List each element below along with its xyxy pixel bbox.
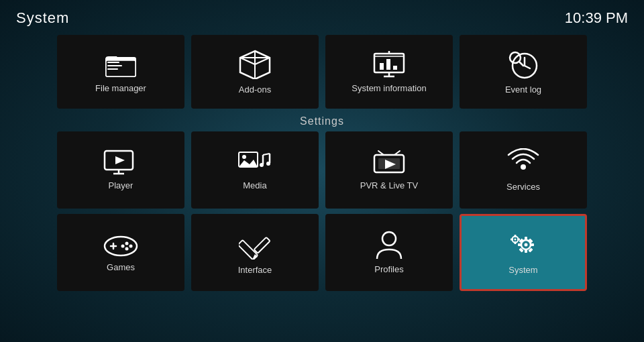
svg-point-55 [525, 243, 528, 247]
svg-rect-66 [515, 235, 517, 237]
svg-rect-58 [518, 243, 522, 246]
tile-system-information[interactable]: System information [325, 35, 453, 109]
svg-rect-13 [380, 63, 384, 70]
file-manager-icon [105, 51, 137, 78]
svg-rect-61 [528, 238, 533, 243]
tile-player[interactable]: Player [57, 131, 184, 209]
clock: 10:39 PM [565, 9, 628, 27]
tile-file-manager-label: File manager [95, 83, 146, 93]
system-icon [507, 230, 539, 260]
interface-icon [239, 230, 271, 260]
tile-media-label: Media [243, 180, 266, 190]
tile-pvr-live-tv[interactable]: PVR & Live TV [325, 131, 453, 209]
svg-rect-52 [254, 237, 270, 253]
tile-profiles[interactable]: Profiles [325, 214, 453, 291]
svg-line-11 [255, 58, 270, 64]
svg-rect-59 [530, 243, 534, 246]
svg-rect-6 [107, 68, 118, 70]
tile-file-manager[interactable]: File manager [57, 35, 184, 109]
svg-point-65 [515, 239, 517, 241]
settings-row-2: Games Interface [13, 214, 631, 291]
svg-point-35 [260, 163, 264, 167]
svg-rect-57 [525, 249, 527, 253]
profiles-icon [374, 231, 404, 259]
svg-line-22 [525, 66, 530, 68]
tile-event-log[interactable]: Event log [460, 35, 587, 109]
svg-rect-5 [107, 65, 122, 66]
svg-marker-26 [115, 156, 125, 164]
tile-services[interactable]: Services [460, 131, 587, 209]
svg-rect-67 [515, 241, 517, 244]
media-icon [237, 150, 272, 175]
pvr-icon [372, 150, 407, 175]
services-icon [507, 148, 539, 176]
svg-point-47 [129, 245, 133, 248]
tile-profiles-label: Profiles [374, 264, 403, 274]
svg-rect-15 [393, 66, 397, 70]
svg-point-30 [242, 155, 246, 159]
tile-interface[interactable]: Interface [191, 214, 319, 291]
tile-games[interactable]: Games [57, 214, 184, 291]
tile-system-information-label: System information [352, 83, 426, 93]
settings-row-1: Player Media [13, 131, 631, 209]
tile-system-label: System [508, 265, 537, 275]
svg-line-24 [519, 62, 523, 66]
tile-media[interactable]: Media [191, 131, 319, 209]
svg-point-36 [266, 162, 270, 166]
games-icon [103, 233, 139, 257]
tile-event-log-label: Event log [505, 84, 541, 95]
settings-section-label: Settings [0, 113, 644, 131]
svg-point-42 [521, 164, 526, 170]
event-log-icon [507, 50, 539, 79]
svg-rect-56 [525, 237, 527, 241]
tile-services-label: Services [506, 182, 540, 192]
settings-tiles: Player Media [0, 131, 644, 291]
svg-marker-31 [239, 160, 258, 167]
tile-add-ons[interactable]: Add-ons [191, 35, 319, 109]
svg-rect-68 [511, 239, 513, 241]
tile-player-label: Player [109, 180, 133, 190]
svg-point-48 [125, 247, 129, 251]
svg-line-10 [240, 58, 255, 64]
app-title: System [16, 9, 69, 27]
player-icon [103, 150, 138, 175]
system-information-icon [372, 51, 407, 78]
svg-point-49 [121, 245, 125, 248]
tile-system[interactable]: System [460, 214, 587, 291]
add-ons-icon [239, 50, 271, 79]
top-tiles-row: File manager Add-ons [0, 32, 644, 113]
tile-interface-label: Interface [238, 265, 272, 275]
svg-rect-14 [386, 59, 390, 70]
tile-add-ons-label: Add-ons [239, 84, 271, 95]
svg-line-33 [263, 154, 270, 155]
header: System 10:39 PM [0, 0, 644, 32]
svg-rect-4 [107, 62, 119, 63]
svg-point-53 [382, 232, 396, 245]
svg-rect-69 [517, 239, 520, 241]
tile-games-label: Games [107, 262, 135, 272]
tile-pvr-label: PVR & Live TV [360, 180, 418, 190]
svg-point-46 [125, 242, 129, 245]
